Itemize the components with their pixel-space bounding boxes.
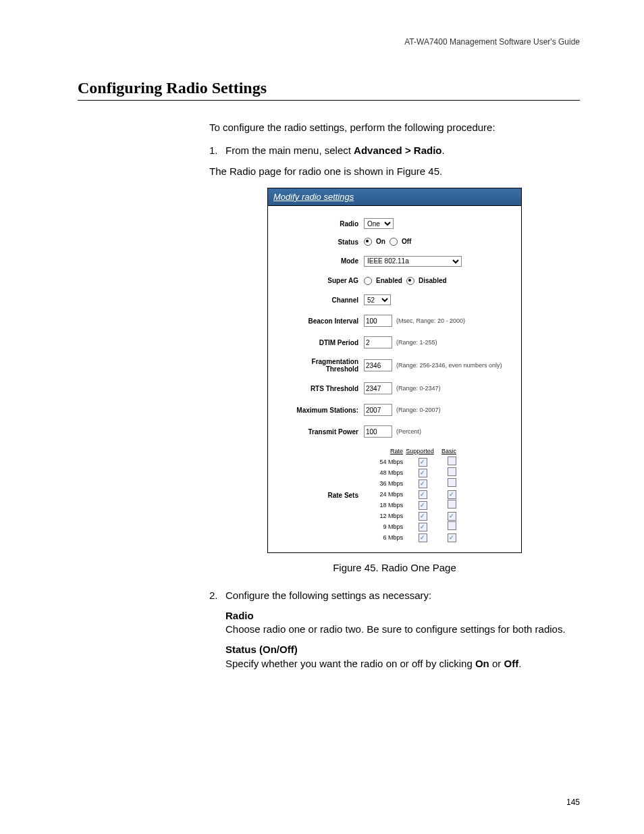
rate-supported-checkbox[interactable] (419, 479, 427, 488)
rate-supported-checkbox[interactable] (419, 469, 427, 477)
rate-label: 12 Mbps (364, 512, 406, 520)
step-1-pre: From the main menu, select (225, 145, 354, 156)
rate-basic-checkbox[interactable] (448, 457, 456, 465)
rate-basic-checkbox[interactable] (448, 533, 456, 542)
dtim-hint: (Range: 1-255) (396, 338, 437, 346)
rate-label: 9 Mbps (364, 523, 406, 531)
rate-supported-checkbox[interactable] (419, 458, 427, 467)
rate-supported-checkbox[interactable] (419, 501, 427, 510)
mode-select[interactable]: IEEE 802.11a (364, 256, 462, 267)
txpower-hint: (Percent) (396, 427, 421, 436)
status-on-radio[interactable] (364, 238, 372, 246)
intro-text: To configure the radio settings, perform… (209, 121, 580, 134)
beacon-hint: (Msec, Range: 20 - 2000) (396, 317, 465, 325)
step-2-text: Configure the following settings as nece… (225, 589, 580, 602)
radio-select[interactable]: One (364, 218, 394, 229)
step-1-number: 1. (209, 144, 225, 157)
page-header: AT-WA7400 Management Software User's Gui… (78, 37, 580, 47)
status-off-radio[interactable] (390, 238, 398, 246)
label-beacon: Beacon Interval (277, 317, 364, 325)
rate-basic-checkbox[interactable] (448, 490, 456, 499)
rate-row: 36 Mbps (364, 478, 464, 489)
step-1-note: The Radio page for radio one is shown in… (209, 165, 580, 178)
def-status-term: Status (On/Off) (225, 643, 580, 656)
maxsta-input[interactable] (364, 404, 392, 416)
rate-supported-checkbox[interactable] (419, 512, 427, 521)
figure-title-bar: Modify radio settings (268, 188, 521, 207)
rate-row: 48 Mbps (364, 467, 464, 478)
step-1-menu-path: Advanced > Radio (354, 145, 441, 156)
label-txpower: Transmit Power (277, 428, 364, 436)
label-dtim: DTIM Period (277, 339, 364, 346)
figure-45: Modify radio settings Radio One Status O… (267, 188, 522, 554)
superag-enabled-radio[interactable] (364, 277, 372, 285)
frag-input[interactable] (364, 359, 392, 371)
rts-hint: (Range: 0-2347) (396, 384, 441, 392)
rate-label: 24 Mbps (364, 490, 406, 498)
label-frag: Fragmentation Threshold (277, 358, 364, 373)
status-on-label: On (376, 237, 385, 246)
rate-basic-checkbox[interactable] (448, 478, 456, 487)
def-status-body: Specify whether you want the radio on or… (225, 657, 580, 671)
rate-row: 9 Mbps (364, 521, 464, 532)
rate-row: 24 Mbps (364, 489, 464, 500)
rate-basic-checkbox[interactable] (448, 521, 456, 530)
rate-header-rate: Rate (364, 447, 403, 455)
rate-label: 36 Mbps (364, 479, 406, 488)
rate-row: 54 Mbps (364, 457, 464, 467)
rate-label: 54 Mbps (364, 458, 406, 466)
rts-input[interactable] (364, 382, 392, 394)
maxsta-hint: (Range: 0-2007) (396, 406, 441, 414)
rate-header-supported: Supported (403, 447, 437, 455)
def-radio-body: Choose radio one or radio two. Be sure t… (225, 623, 580, 636)
rate-basic-checkbox[interactable] (448, 512, 456, 521)
label-mode: Mode (277, 257, 364, 265)
superag-disabled-radio[interactable] (406, 277, 414, 285)
frag-hint: (Range: 256-2346, even numbers only) (396, 361, 502, 369)
label-status: Status (277, 238, 364, 246)
label-radio: Radio (277, 220, 364, 228)
rate-row: 12 Mbps (364, 511, 464, 521)
rate-supported-checkbox[interactable] (419, 523, 427, 531)
label-maxsta: Maximum Stations: (277, 407, 364, 414)
step-2-number: 2. (209, 589, 225, 602)
beacon-input[interactable] (364, 315, 392, 327)
step-2: 2. Configure the following settings as n… (209, 589, 580, 602)
rate-sets-table: Rate Supported Basic 54 Mbps48 Mbps36 Mb… (364, 447, 464, 543)
step-1-post: . (442, 145, 445, 156)
label-superag: Super AG (277, 277, 364, 284)
figure-caption: Figure 45. Radio One Page (209, 561, 580, 575)
rate-supported-checkbox[interactable] (419, 490, 427, 499)
superag-enabled-label: Enabled (376, 276, 402, 286)
rate-label: 48 Mbps (364, 469, 406, 477)
rate-label: 18 Mbps (364, 501, 406, 509)
rate-basic-checkbox[interactable] (448, 500, 456, 509)
label-ratesets: Rate Sets (277, 491, 364, 500)
rate-basic-checkbox[interactable] (448, 467, 456, 476)
rate-row: 18 Mbps (364, 500, 464, 511)
channel-select[interactable]: 52 (364, 294, 391, 305)
label-channel: Channel (277, 296, 364, 304)
superag-disabled-label: Disabled (419, 276, 447, 286)
def-radio-term: Radio (225, 609, 580, 623)
rate-supported-checkbox[interactable] (419, 533, 427, 542)
page-number: 145 (566, 798, 580, 807)
section-heading: Configuring Radio Settings (78, 79, 580, 101)
rate-label: 6 Mbps (364, 533, 406, 542)
status-off-label: Off (402, 237, 411, 246)
label-rts: RTS Threshold (277, 385, 364, 392)
rate-row: 6 Mbps (364, 532, 464, 543)
step-1: 1. From the main menu, select Advanced >… (209, 144, 580, 157)
rate-header-basic: Basic (437, 447, 461, 455)
txpower-input[interactable] (364, 425, 392, 438)
dtim-input[interactable] (364, 336, 392, 348)
